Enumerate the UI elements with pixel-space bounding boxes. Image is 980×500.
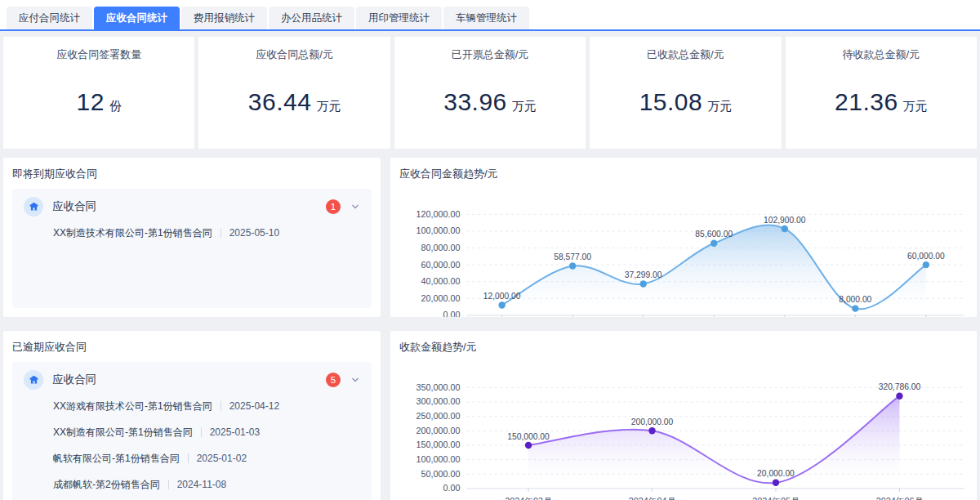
stat-unit: 万元 — [512, 99, 537, 113]
svg-text:50,000.00: 50,000.00 — [421, 469, 461, 479]
svg-text:320,786.00: 320,786.00 — [879, 382, 921, 391]
svg-text:40,000.00: 40,000.00 — [421, 276, 461, 286]
chevron-down-icon[interactable] — [350, 202, 360, 212]
contract-group-label: 应收合同 — [52, 373, 326, 387]
svg-text:8,000.00: 8,000.00 — [839, 295, 871, 304]
stat-value: 15.08 — [639, 88, 703, 115]
svg-text:37,299.00: 37,299.00 — [625, 270, 662, 279]
contract-building-icon — [24, 370, 43, 390]
item-separator — [168, 480, 169, 489]
stat-card-sign-count: 应收合同签署数量 12份 — [3, 37, 194, 149]
svg-text:58,577.00: 58,577.00 — [554, 252, 591, 261]
tab-bar: 应付合同统计 应收合同统计 费用报销统计 办公用品统计 用印管理统计 车辆管理统… — [0, 0, 980, 31]
count-badge: 1 — [326, 199, 341, 214]
contract-name: 帆软有限公司-第1份销售合同 — [53, 452, 180, 466]
contract-building-icon — [24, 197, 43, 217]
item-separator — [220, 401, 221, 411]
svg-text:100,000.00: 100,000.00 — [416, 225, 461, 235]
svg-text:150,000.00: 150,000.00 — [507, 432, 550, 441]
receivable-trend-chart: 0.0020,000.0040,000.0060,000.0080,000.00… — [399, 189, 968, 317]
dashboard-page: 应付合同统计 应收合同统计 费用报销统计 办公用品统计 用印管理统计 车辆管理统… — [0, 0, 980, 500]
svg-text:250,000.00: 250,000.00 — [416, 411, 461, 421]
chart-area: 0.0020,000.0040,000.0060,000.0080,000.00… — [399, 189, 968, 317]
contract-item[interactable]: XX制造技术有限公司-第1份销售合同 2025-05-10 — [53, 220, 360, 246]
svg-text:80,000.00: 80,000.00 — [421, 243, 461, 252]
contract-name: 成都帆软-第2份销售合同 — [53, 478, 160, 492]
stat-label: 待收款总金额/元 — [786, 47, 977, 62]
contract-group-box: 应收合同 1 XX制造技术有限公司-第1份销售合同 2025-05-10 — [12, 189, 372, 308]
svg-text:150,000.00: 150,000.00 — [416, 440, 461, 449]
stat-label: 已开票总金额/元 — [394, 47, 586, 62]
stat-label: 应收合同签署数量 — [3, 47, 194, 62]
svg-text:102,900.00: 102,900.00 — [764, 216, 806, 225]
svg-text:300,000.00: 300,000.00 — [416, 396, 461, 406]
chart-title: 收款金额趋势/元 — [399, 340, 968, 355]
contract-list: XX制造技术有限公司-第1份销售合同 2025-05-10 — [53, 220, 360, 246]
tab-vehicle-management-stats[interactable]: 车辆管理统计 — [443, 7, 529, 29]
svg-text:350,000.00: 350,000.00 — [416, 382, 461, 392]
main-grid: 即将到期应收合同 应收合同 1 XX制造技术有限公司-第1份销售合同 — [3, 158, 977, 500]
svg-text:85,600.00: 85,600.00 — [695, 230, 733, 239]
contract-group-box: 应收合同 5 XX游戏有限技术公司-第1份销售合同 2025-04-12 XX制… — [12, 362, 372, 500]
count-badge: 5 — [326, 373, 341, 387]
stat-cards-row: 应收合同签署数量 12份 应收合同总额/元 36.44万元 已开票总金额/元 3… — [3, 37, 977, 149]
svg-text:20,000.00: 20,000.00 — [757, 469, 795, 478]
stat-label: 应收合同总额/元 — [198, 47, 390, 62]
stat-value: 36.44 — [248, 88, 312, 115]
contract-group-header[interactable]: 应收合同 5 — [24, 370, 360, 390]
contract-item[interactable]: 成都帆软-第2份销售合同 2024-11-08 — [53, 471, 360, 498]
contract-date: 2025-01-03 — [210, 426, 260, 438]
chevron-down-icon[interactable] — [350, 375, 360, 385]
payment-trend-chart: 0.0050,000.00100,000.00150,000.00200,000… — [399, 362, 968, 500]
stat-value: 12 — [77, 88, 105, 115]
payment-trend-panel: 收款金额趋势/元 0.0050,000.00100,000.00150,000.… — [390, 331, 977, 500]
panel-title: 即将到期应收合同 — [12, 167, 372, 181]
contract-group-label: 应收合同 — [52, 199, 326, 214]
stat-unit: 万元 — [707, 99, 732, 113]
stat-unit: 万元 — [903, 99, 928, 113]
stat-card-pending-amount: 待收款总金额/元 21.36万元 — [786, 37, 977, 149]
svg-text:2024年05月: 2024年05月 — [752, 496, 799, 500]
tab-receivable-contract-stats[interactable]: 应收合同统计 — [94, 7, 180, 29]
stat-unit: 万元 — [316, 99, 341, 113]
chart-title: 应收合同金额趋势/元 — [399, 167, 968, 181]
contract-group-header[interactable]: 应收合同 1 — [24, 197, 360, 217]
svg-text:200,000.00: 200,000.00 — [631, 417, 674, 426]
contract-date: 2025-01-02 — [197, 453, 247, 464]
tab-payable-contract-stats[interactable]: 应付合同统计 — [7, 7, 92, 29]
svg-text:2024年04月: 2024年04月 — [629, 496, 675, 500]
contract-item[interactable]: XX游戏有限技术公司-第1份销售合同 2025-04-12 — [53, 393, 360, 419]
svg-text:60,000.00: 60,000.00 — [907, 252, 945, 261]
item-separator — [201, 427, 202, 437]
item-separator — [220, 228, 221, 238]
contract-date: 2025-05-10 — [229, 227, 279, 239]
contract-item[interactable]: 帆软有限公司-第1份销售合同 2025-01-02 — [53, 445, 360, 471]
svg-text:120,000.00: 120,000.00 — [416, 209, 461, 219]
stat-value: 21.36 — [835, 88, 898, 115]
svg-text:60,000.00: 60,000.00 — [421, 260, 461, 270]
contract-date: 2025-04-12 — [229, 400, 279, 412]
stat-card-invoiced-amount: 已开票总金额/元 33.96万元 — [394, 37, 586, 149]
tab-seal-management-stats[interactable]: 用印管理统计 — [356, 7, 442, 29]
receivable-trend-panel: 应收合同金额趋势/元 0.0020,000.0040,000.0060,000.… — [390, 158, 977, 317]
contract-item[interactable]: XX制造有限公司-第1份销售合同 2025-01-03 — [53, 419, 360, 445]
contract-name: XX制造技术有限公司-第1份销售合同 — [53, 226, 212, 240]
svg-text:2024年03月: 2024年03月 — [505, 496, 551, 500]
panel-title: 已逾期应收合同 — [12, 340, 372, 355]
svg-text:100,000.00: 100,000.00 — [416, 454, 461, 464]
tab-office-supplies-stats[interactable]: 办公用品统计 — [269, 7, 354, 29]
overdue-receivable-panel: 已逾期应收合同 应收合同 5 XX游戏有限技术公司-第1份销售合同 — [3, 331, 381, 500]
stat-unit: 份 — [109, 99, 122, 113]
svg-text:12,000.00: 12,000.00 — [483, 292, 521, 301]
contract-date: 2024-11-08 — [177, 479, 227, 490]
svg-text:200,000.00: 200,000.00 — [416, 426, 461, 435]
svg-text:0.00: 0.00 — [443, 483, 461, 493]
stat-label: 已收款总金额/元 — [590, 47, 781, 62]
stat-card-total-amount: 应收合同总额/元 36.44万元 — [198, 37, 390, 149]
contract-name: XX制造有限公司-第1份销售合同 — [53, 426, 193, 440]
tab-expense-reimburse-stats[interactable]: 费用报销统计 — [181, 7, 267, 29]
svg-text:20,000.00: 20,000.00 — [421, 293, 461, 303]
stat-value: 33.96 — [443, 88, 507, 115]
svg-text:2024年06月: 2024年06月 — [876, 496, 923, 500]
stat-card-received-amount: 已收款总金额/元 15.08万元 — [590, 37, 781, 149]
